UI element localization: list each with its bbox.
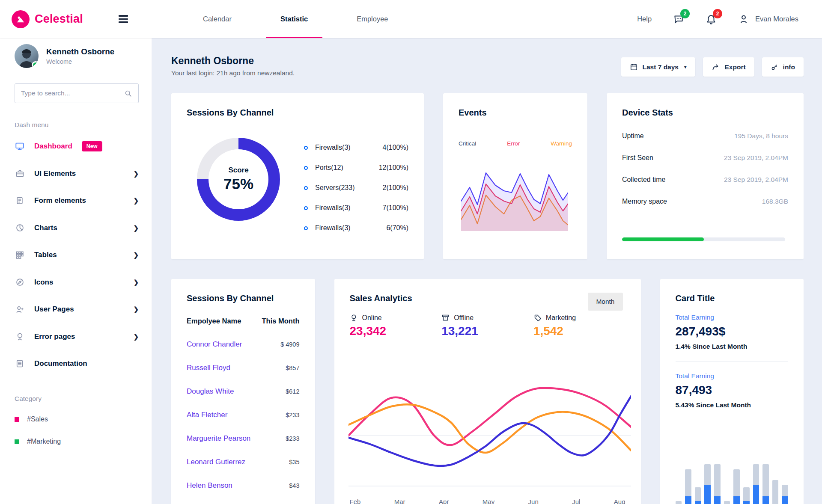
- sidebar-item-documentation[interactable]: Documentation: [15, 358, 139, 369]
- channel-list: Firewalls(3)4(100%)Ports(12)12(100%)Serv…: [304, 144, 408, 244]
- device-stat-row: Collected time23 Sep 2019, 2.04PM: [622, 176, 788, 184]
- navbar-right: Help 2 2 Evan Morales: [637, 14, 822, 25]
- brand[interactable]: Celestial: [12, 10, 83, 28]
- profile-name: Kenneth Osborne: [46, 47, 114, 56]
- card-title: Events: [459, 108, 572, 118]
- document-icon: [15, 359, 25, 368]
- table-row[interactable]: Douglas White$612: [187, 387, 300, 396]
- earning-bar: [743, 487, 750, 504]
- sidebar-item-form-elements[interactable]: Form elements❯: [15, 195, 139, 206]
- earning-bar: [733, 469, 740, 504]
- employee-name-link[interactable]: Douglas White: [187, 387, 234, 396]
- earning-block: Total Earning287,493$1.4% Since Last Mon…: [676, 314, 789, 350]
- chevron-right-icon: ❯: [133, 170, 139, 178]
- category-label: Category: [15, 395, 139, 403]
- card-title: Device Stats: [622, 108, 788, 118]
- user-plus-icon: [15, 305, 25, 314]
- new-badge: New: [82, 141, 102, 151]
- device-stat-row: Memory space168.3GB: [622, 198, 788, 205]
- nav-tab-statistic[interactable]: Statistic: [266, 0, 322, 38]
- help-link[interactable]: Help: [637, 15, 652, 23]
- table-row[interactable]: Russell Floyd$857: [187, 364, 300, 372]
- category-item-marketing[interactable]: #Marketing: [15, 438, 139, 445]
- sales-analytics-card: Sales Analytics Month Online23,342Offlin…: [334, 279, 641, 504]
- grid-icon: [15, 251, 25, 259]
- messages-button[interactable]: 2: [673, 14, 684, 25]
- total-earning-link[interactable]: Total Earning: [676, 314, 789, 321]
- messages-badge: 2: [680, 9, 690, 18]
- bullet-dot-icon: [304, 206, 308, 210]
- search-input[interactable]: [21, 89, 124, 97]
- earnings-blocks: Total Earning287,493$1.4% Since Last Mon…: [676, 314, 789, 409]
- bullet-dot-icon: [304, 146, 308, 150]
- caret-down-icon: ▾: [684, 64, 687, 70]
- sidebar-item-icons[interactable]: Icons❯: [15, 277, 139, 288]
- avatar: [15, 44, 39, 68]
- earning-bar: [676, 501, 682, 504]
- employee-name-link[interactable]: Marguerite Pearson: [187, 434, 250, 443]
- user-menu[interactable]: Evan Morales: [738, 14, 798, 25]
- table-rows: Connor Chandler$ 4909Russell Floyd$857Do…: [187, 340, 300, 490]
- notifications-button[interactable]: 2: [706, 14, 717, 25]
- sidebar-item-error-pages[interactable]: Error pages❯: [15, 331, 139, 342]
- person-icon: [738, 14, 749, 25]
- calendar-icon: [630, 63, 638, 71]
- chevron-right-icon: ❯: [133, 224, 139, 232]
- globe-stand-icon: [15, 332, 25, 341]
- tag-icon: [533, 314, 542, 322]
- chevron-right-icon: ❯: [133, 279, 139, 286]
- period-month-button[interactable]: Month: [588, 293, 622, 311]
- info-button[interactable]: info: [762, 57, 804, 77]
- earnings-card: Card Title Total Earning287,493$1.4% Sin…: [660, 279, 804, 504]
- table-row[interactable]: Connor Chandler$ 4909: [187, 340, 300, 349]
- briefcase-icon: [15, 169, 25, 178]
- bullet-dot-icon: [304, 226, 308, 230]
- export-button[interactable]: Export: [703, 57, 754, 77]
- events-card: Events CriticalErrorWarning: [443, 93, 587, 259]
- table-row[interactable]: Leonard Gutierrez$35: [187, 458, 300, 466]
- sidebar-item-ui-elements[interactable]: UI Elements❯: [15, 168, 139, 179]
- month-tick: Jul: [572, 498, 580, 504]
- table-row[interactable]: Helen Benson$43: [187, 481, 300, 490]
- sidebar-profile[interactable]: Kenneth Osborne Welcome: [15, 44, 139, 68]
- sidebar-item-charts[interactable]: Charts❯: [15, 222, 139, 234]
- channel-list-item: Firewalls(3)4(100%): [304, 144, 408, 151]
- table-row[interactable]: Marguerite Pearson$233: [187, 434, 300, 443]
- main-content: Kenneth Osborne Your last login: 21h ago…: [152, 38, 822, 504]
- legend-error: Error: [507, 140, 520, 147]
- employee-name-link[interactable]: Alta Fletcher: [187, 411, 227, 419]
- table-row[interactable]: Alta Fletcher$233: [187, 411, 300, 419]
- total-earning-link[interactable]: Total Earning: [676, 372, 789, 380]
- category-item-sales[interactable]: #Sales: [15, 415, 139, 423]
- export-icon: [712, 63, 720, 71]
- sidebar-item-tables[interactable]: Tables❯: [15, 249, 139, 261]
- sidebar-item-dashboard[interactable]: DashboardNew: [15, 141, 139, 152]
- sidebar-item-user-pages[interactable]: User Pages❯: [15, 304, 139, 315]
- channel-list-item: Firewalls(3)6(70%): [304, 224, 408, 232]
- user-name: Evan Morales: [755, 15, 798, 23]
- nav-tab-calendar[interactable]: Calendar: [188, 0, 246, 38]
- page-subtitle: Your last login: 21h ago from newzealand…: [171, 69, 295, 77]
- top-navbar: Celestial CalendarStatisticEmployee Help…: [0, 0, 822, 38]
- card-title: Sessions By Channel: [187, 294, 300, 303]
- chevron-right-icon: ❯: [133, 197, 139, 205]
- menu-toggle-button[interactable]: [117, 13, 130, 25]
- employee-name-link[interactable]: Leonard Gutierrez: [187, 458, 245, 466]
- search-icon[interactable]: [124, 89, 132, 98]
- chevron-right-icon: ❯: [133, 305, 139, 313]
- earning-bar: [782, 485, 788, 504]
- pie-icon: [15, 223, 25, 232]
- sales-stat-online: Online23,342: [350, 314, 442, 338]
- employee-name-link[interactable]: Helen Benson: [187, 481, 232, 490]
- device-stat-row: First Seen23 Sep 2019, 2.04PM: [622, 154, 788, 162]
- earning-bar: [724, 501, 730, 504]
- sidebar: Kenneth Osborne Welcome Dash menu Dashbo…: [0, 38, 152, 504]
- month-tick: Aug: [614, 498, 625, 504]
- employee-name-link[interactable]: Russell Floyd: [187, 364, 230, 372]
- nav-tabs: CalendarStatisticEmployee: [179, 0, 413, 38]
- nav-tab-employee[interactable]: Employee: [342, 0, 402, 38]
- employee-name-link[interactable]: Connor Chandler: [187, 340, 242, 349]
- date-range-button[interactable]: Last 7 days ▾: [621, 57, 695, 77]
- bullet-dot-icon: [304, 166, 308, 170]
- card-title: Sales Analytics: [350, 294, 625, 303]
